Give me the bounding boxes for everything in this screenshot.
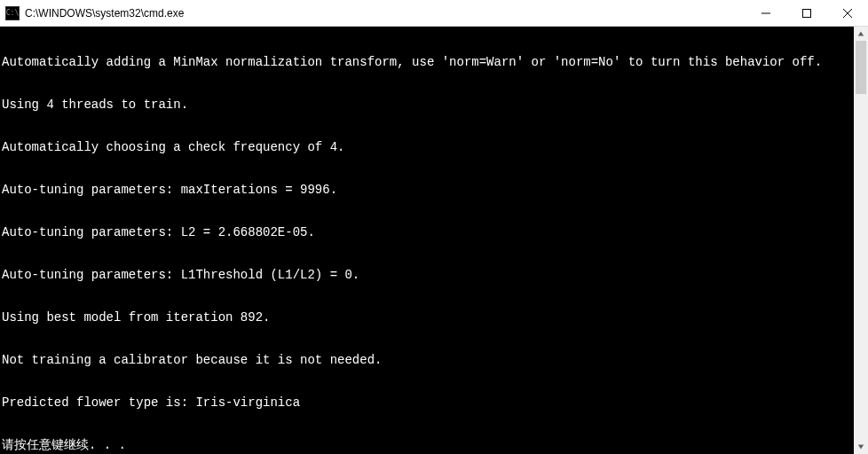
scroll-down-button[interactable] [854,440,868,454]
close-button[interactable] [827,0,868,26]
chevron-down-icon [857,443,864,450]
console-output[interactable]: Automatically adding a MinMax normalizat… [0,27,854,454]
titlebar: C:\ C:\WINDOWS\system32\cmd.exe [0,0,868,27]
scrollbar-track[interactable] [854,41,868,440]
console-line: 请按任意键继续. . . [2,438,852,452]
console-line: Auto-tuning parameters: L1Threshold (L1/… [2,268,852,282]
cmd-icon: C:\ [5,6,20,20]
console-line: Auto-tuning parameters: L2 = 2.668802E-0… [2,225,852,239]
minimize-button[interactable] [746,0,786,26]
window-title: C:\WINDOWS\system32\cmd.exe [23,7,746,20]
vertical-scrollbar[interactable] [854,27,868,454]
chevron-up-icon [857,30,864,37]
svg-marker-5 [858,445,864,450]
scrollbar-thumb[interactable] [856,41,866,94]
maximize-button[interactable] [786,0,827,26]
close-icon [843,9,852,18]
window-controls [746,0,868,26]
console-wrapper: Automatically adding a MinMax normalizat… [0,27,868,454]
svg-rect-1 [803,9,811,17]
console-line: Using best model from iteration 892. [2,310,852,325]
console-line: Auto-tuning parameters: maxIterations = … [2,183,852,197]
console-line: Not training a calibrator because it is … [2,353,852,367]
console-line: Predicted flower type is: Iris-virginica [2,395,852,410]
scroll-up-button[interactable] [854,27,868,41]
svg-marker-4 [858,32,864,36]
maximize-icon [802,9,811,18]
console-line: Automatically adding a MinMax normalizat… [2,55,852,69]
minimize-icon [761,9,770,18]
console-line: Automatically choosing a check frequency… [2,140,852,154]
console-line: Using 4 threads to train. [2,98,852,112]
